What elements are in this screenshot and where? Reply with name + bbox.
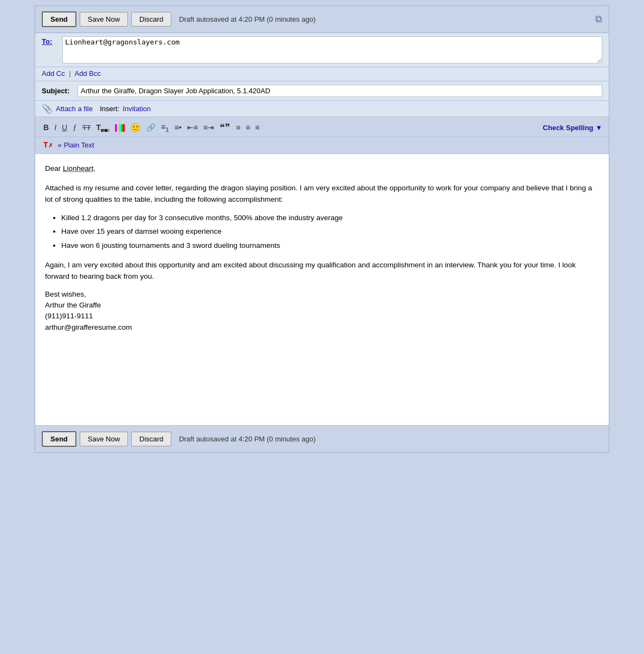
discard-button-top[interactable]: Discard (131, 12, 171, 27)
compose-window: Send Save Now Discard Draft autosaved at… (35, 5, 609, 453)
send-button-bottom[interactable]: Send (42, 431, 76, 447)
add-bcc-link[interactable]: Add Bcc (75, 69, 101, 78)
email-body: Dear Lionheart, Attached is my resume an… (35, 154, 609, 425)
expand-icon[interactable]: ⧉ (595, 14, 602, 25)
attach-file-link[interactable]: Attach a file (56, 105, 93, 113)
sig-line-3: (911)911-9111 (45, 311, 599, 322)
bullet-item-1: Killed 1.2 dragons per day for 3 consecu… (61, 212, 599, 224)
underline-button[interactable]: U (60, 122, 69, 133)
sig-line-2: Arthur the Giraffe (45, 300, 599, 311)
top-toolbar: Send Save Now Discard Draft autosaved at… (35, 6, 609, 33)
remove-format-button[interactable]: T✗ (42, 139, 55, 150)
to-input[interactable]: Lionheart@gragonslayers.com (62, 36, 602, 63)
header-section: To: Lionheart@gragonslayers.com Add Cc |… (35, 33, 609, 117)
to-label[interactable]: To: (42, 37, 58, 46)
attach-row: 📎 Attach a file Insert: Invitation (35, 101, 609, 117)
unordered-list-button[interactable]: ≡• (173, 122, 183, 133)
highlight-button[interactable] (113, 122, 126, 133)
greeting-comma: , (93, 164, 95, 172)
bullet-list: Killed 1.2 dragons per day for 3 consecu… (61, 212, 599, 252)
bold-button[interactable]: B (42, 122, 50, 133)
discard-button-bottom[interactable]: Discard (131, 432, 171, 446)
sig-line-1: Best wishes, (45, 289, 599, 300)
sig-line-4: arthur@girafferesume.com (45, 322, 599, 333)
bullet-item-3: Have won 6 jousting tournaments and 3 sw… (61, 240, 599, 252)
add-cc-link[interactable]: Add Cc (42, 69, 65, 78)
align-center-button[interactable]: ≡ (244, 122, 251, 133)
strikethrough-button[interactable]: TT (81, 123, 93, 133)
font-color-button[interactable]: T (95, 122, 112, 133)
align-right-button[interactable]: ≡ (254, 122, 261, 133)
check-spelling-button[interactable]: Check Spelling ▼ (543, 124, 602, 132)
body-paragraph2: Again, I am very excited about this oppo… (45, 259, 599, 283)
plain-text-link[interactable]: « Plain Text (58, 141, 94, 149)
indent-more-button[interactable]: ≡⇥ (202, 122, 216, 133)
align-left-button[interactable]: ≡ (234, 122, 242, 133)
greeting-line: Dear Lionheart, (45, 163, 599, 175)
cc-bcc-row: Add Cc | Add Bcc (35, 67, 609, 81)
ordered-list-button[interactable]: ≡1 (159, 121, 171, 134)
subject-row: Subject: (35, 81, 609, 101)
invitation-link[interactable]: Invitation (123, 105, 151, 113)
greeting-text: Dear (45, 164, 63, 172)
signature-block: Best wishes, Arthur the Giraffe (911)911… (45, 289, 599, 333)
autosave-status: Draft autosaved at 4:20 PM (0 minutes ag… (179, 15, 592, 23)
indent-less-button[interactable]: ⇤≡ (185, 122, 199, 133)
emoji-button[interactable]: 🙂 (128, 121, 143, 134)
bullet-item-2: Have over 15 years of damsel wooing expe… (61, 226, 599, 238)
blockquote-button[interactable]: ❝❞ (218, 120, 232, 134)
attach-icon: 📎 (42, 104, 53, 114)
format-toolbar2: T✗ « Plain Text (35, 137, 609, 154)
link-button[interactable]: 🔗 (145, 122, 157, 133)
subject-input[interactable] (78, 85, 602, 97)
save-now-button-top[interactable]: Save Now (80, 12, 128, 27)
format-toolbar: B I U ƒ TT T 🙂 🔗 ≡1 ≡• ⇤≡ ≡⇥ ❝❞ ≡ ≡ ≡ Ch… (35, 117, 609, 137)
send-button-top[interactable]: Send (42, 11, 76, 27)
body-paragraph1: Attached is my resume and cover letter, … (45, 182, 599, 206)
italic-button[interactable]: I (53, 122, 58, 133)
autosave-status-bottom: Draft autosaved at 4:20 PM (0 minutes ag… (179, 435, 602, 443)
font-button[interactable]: ƒ (71, 122, 79, 133)
to-row: To: Lionheart@gragonslayers.com (35, 33, 609, 67)
subject-label: Subject: (42, 87, 74, 95)
insert-label: Insert: (96, 105, 119, 113)
bottom-toolbar: Send Save Now Discard Draft autosaved at… (35, 425, 609, 452)
recipient-name: Lionheart (63, 164, 93, 172)
cc-bcc-separator: | (69, 69, 70, 78)
save-now-button-bottom[interactable]: Save Now (80, 432, 128, 446)
